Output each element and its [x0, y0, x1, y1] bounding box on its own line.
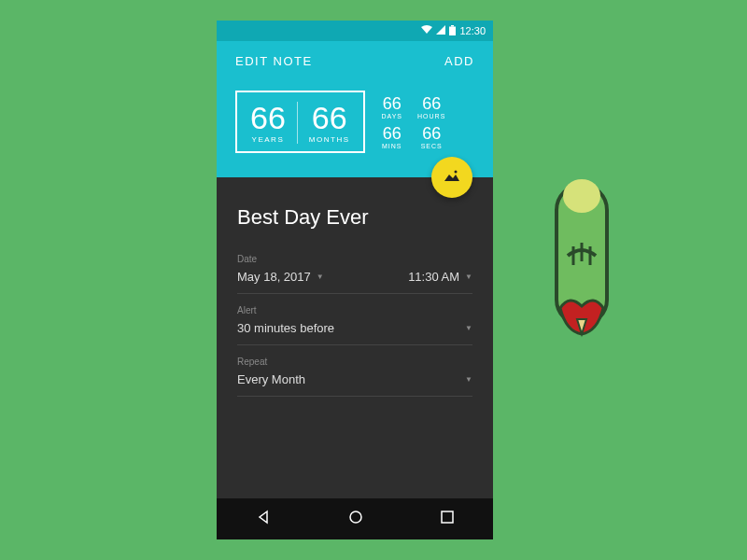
years-months-box: 66 YEARS 66 MONTHS [235, 91, 365, 153]
months-value: 66 [309, 102, 350, 133]
chevron-down-icon: ▼ [465, 375, 472, 384]
back-icon[interactable] [256, 510, 271, 528]
date-value: May 18, 2017 [237, 270, 311, 284]
chevron-down-icon: ▼ [317, 273, 324, 281]
divider [297, 102, 298, 144]
years-label: YEARS [250, 135, 286, 144]
svg-rect-0 [451, 25, 454, 27]
date-field[interactable]: Date May 18, 2017 ▼ 11:30 AM ▼ [237, 246, 472, 294]
svg-point-6 [563, 179, 600, 213]
repeat-value: Every Month [237, 372, 305, 386]
svg-rect-1 [449, 26, 456, 35]
secs-label: SECS [417, 143, 445, 149]
chevron-down-icon: ▼ [465, 324, 472, 332]
zombie-finger-illustration [551, 168, 613, 342]
chevron-down-icon: ▼ [465, 273, 472, 281]
repeat-field[interactable]: Repeat Every Month ▼ [237, 349, 472, 397]
note-form: Best Day Ever Date May 18, 2017 ▼ 11:30 … [217, 177, 493, 498]
status-bar: 12:30 [217, 21, 493, 41]
recent-icon[interactable] [441, 511, 454, 527]
image-fab-button[interactable] [431, 157, 472, 198]
svg-point-2 [455, 171, 458, 174]
svg-point-3 [350, 511, 361, 523]
home-icon[interactable] [348, 510, 363, 528]
repeat-label: Repeat [237, 357, 472, 367]
days-label: DAYS [382, 113, 403, 119]
note-title[interactable]: Best Day Ever [237, 205, 472, 230]
hours-label: HOURS [417, 113, 445, 119]
phone-frame: 12:30 EDIT NOTE ADD 66 YEARS 66 MONTHS 6… [217, 21, 493, 539]
mins-value: 66 [382, 125, 403, 142]
signal-icon [436, 25, 445, 36]
edit-note-button[interactable]: EDIT NOTE [235, 54, 313, 68]
secs-value: 66 [417, 125, 445, 142]
small-counters: 66 DAYS 66 HOURS 66 MINS 66 SECS [382, 91, 446, 153]
date-label: Date [237, 254, 472, 264]
days-value: 66 [382, 95, 403, 112]
status-time: 12:30 [459, 25, 486, 36]
alert-field[interactable]: Alert 30 minutes before ▼ [237, 298, 472, 345]
alert-label: Alert [237, 305, 472, 315]
hours-value: 66 [417, 95, 445, 112]
add-button[interactable]: ADD [444, 54, 474, 68]
years-value: 66 [250, 102, 286, 133]
wifi-icon [421, 25, 432, 36]
android-navbar [217, 498, 493, 539]
battery-icon [449, 25, 456, 37]
alert-value: 30 minutes before [237, 321, 334, 335]
mins-label: MINS [382, 143, 403, 149]
countdown-header: EDIT NOTE ADD 66 YEARS 66 MONTHS 66 DAYS [217, 41, 493, 177]
months-label: MONTHS [309, 135, 350, 144]
image-icon [444, 169, 460, 186]
time-value: 11:30 AM [408, 270, 459, 284]
svg-rect-4 [442, 511, 453, 523]
